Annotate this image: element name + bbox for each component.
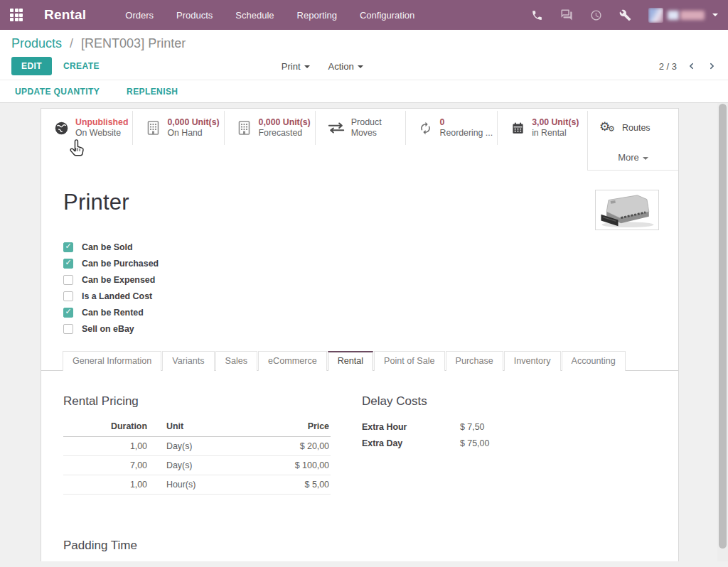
can-be-rented-checkbox[interactable] — [63, 308, 73, 318]
tab-variants[interactable]: Variants — [162, 351, 214, 371]
tab-point-of-sale[interactable]: Point of Sale — [374, 351, 444, 371]
scrollbar-thumb[interactable] — [719, 104, 727, 549]
can-be-sold-checkbox[interactable] — [63, 242, 73, 252]
calendar-icon — [510, 122, 525, 135]
tab-rental[interactable]: Rental — [328, 351, 373, 371]
menu-reporting[interactable]: Reporting — [297, 10, 337, 21]
workspace: Unpublished On Website 0,000 Unit(s) On … — [0, 103, 728, 561]
statusbar: UPDATE QUANTITY REPLENISH — [0, 80, 728, 103]
replenish-button[interactable]: REPLENISH — [127, 87, 178, 97]
sell-on-ebay-checkbox[interactable] — [63, 324, 73, 334]
stat-label: On Website — [75, 128, 128, 139]
pager-next-icon[interactable] — [707, 61, 717, 71]
tab-sales[interactable]: Sales — [215, 351, 258, 371]
refresh-icon — [418, 122, 434, 135]
more-dropdown[interactable]: More — [618, 152, 648, 163]
product-flags: Can be Sold Can be Purchased Can be Expe… — [63, 239, 678, 337]
stat-label: Forecasted — [259, 128, 311, 139]
breadcrumb-separator: / — [70, 36, 73, 50]
vertical-scrollbar — [717, 103, 728, 561]
chat-icon[interactable] — [560, 9, 573, 21]
phone-icon[interactable] — [531, 9, 543, 21]
is-a-landed-cost-checkbox[interactable] — [63, 291, 73, 301]
update-quantity-button[interactable]: UPDATE QUANTITY — [15, 87, 100, 97]
apps-menu-icon[interactable] — [10, 9, 23, 21]
dropdown-caret-icon — [304, 65, 310, 68]
product-moves-stat-button[interactable]: Product Moves — [316, 111, 406, 145]
routes-more-column: ⚙⚙ Routes More — [587, 111, 678, 171]
field-value: $ 7,50 — [460, 422, 484, 432]
menu-products[interactable]: Products — [176, 10, 213, 21]
stat-value: Unpublished — [75, 117, 128, 128]
stat-label: Moves — [351, 128, 382, 139]
tools-icon[interactable] — [619, 9, 631, 21]
breadcrumb-products-link[interactable]: Products — [11, 36, 62, 50]
forecasted-stat-button[interactable]: 0,000 Unit(s) Forecasted — [225, 111, 316, 145]
user-menu[interactable] — [648, 8, 718, 23]
table-row[interactable]: 1,00 Day(s) $ 20,00 — [63, 437, 331, 456]
breadcrumb: Products / [RENT003] Printer — [0, 30, 728, 53]
can-be-purchased-checkbox[interactable] — [63, 259, 73, 269]
stat-value: 0,000 Unit(s) — [259, 117, 311, 128]
stat-value: 3,00 Unit(s) — [532, 117, 579, 128]
can-be-expensed-checkbox[interactable] — [63, 275, 73, 285]
clock-icon[interactable] — [590, 9, 602, 21]
menu-schedule[interactable]: Schedule — [235, 10, 274, 21]
pager-previous-icon[interactable] — [687, 61, 696, 71]
stat-label: Reordering ... — [440, 128, 493, 139]
menu-orders[interactable]: Orders — [125, 10, 154, 21]
edit-button[interactable]: EDIT — [11, 57, 52, 75]
tab-inventory[interactable]: Inventory — [504, 351, 561, 371]
in-rental-stat-button[interactable]: 3,00 Unit(s) in Rental — [498, 111, 587, 145]
padding-time-group: Padding Time Before Pickup 00:03 hours — [63, 539, 331, 567]
field-value: $ 75,00 — [460, 438, 489, 448]
dropdown-caret-icon — [358, 65, 363, 68]
product-image — [595, 190, 659, 230]
notebook-tabs: General Information Variants Sales eComm… — [41, 350, 678, 371]
flag-row: Can be Rented — [63, 304, 678, 320]
tab-general-information[interactable]: General Information — [63, 351, 161, 371]
column-unit: Unit — [149, 418, 252, 437]
dropdown-caret-icon — [712, 14, 718, 16]
avatar — [648, 8, 663, 23]
field-label: Extra Hour — [362, 422, 460, 432]
tab-ecommerce[interactable]: eCommerce — [258, 351, 327, 371]
extra-hour-field: Extra Hour $ 7,50 — [362, 418, 596, 435]
pager-value: 2 / 3 — [659, 61, 677, 72]
before-pickup-field: Before Pickup 00:03 hours — [63, 563, 331, 567]
rental-tab-pane: Rental Pricing Duration Unit Price 1,00 … — [41, 371, 678, 567]
stat-label: in Rental — [532, 128, 579, 139]
app-title: Rental — [44, 7, 86, 23]
product-title: Printer — [63, 190, 129, 215]
form-sheet: Unpublished On Website 0,000 Unit(s) On … — [41, 108, 679, 561]
control-panel: EDIT CREATE Print Action 2 / 3 — [0, 53, 728, 80]
stat-value: 0,000 Unit(s) — [167, 117, 219, 128]
gears-icon: ⚙⚙ — [599, 121, 616, 135]
flag-row: Is a Landed Cost — [63, 288, 678, 304]
on-website-stat-button[interactable]: Unpublished On Website — [41, 111, 133, 145]
menu-configuration[interactable]: Configuration — [360, 10, 414, 21]
flag-row: Can be Purchased — [63, 255, 678, 271]
stat-label: On Hand — [167, 128, 219, 139]
tab-purchase[interactable]: Purchase — [446, 351, 503, 371]
user-name — [668, 11, 705, 20]
extra-day-field: Extra Day $ 75,00 — [362, 435, 596, 451]
reordering-rules-stat-button[interactable]: 0 Reordering ... — [406, 111, 498, 145]
on-hand-stat-button[interactable]: 0,000 Unit(s) On Hand — [133, 111, 224, 145]
breadcrumb-current: [RENT003] Printer — [81, 36, 186, 50]
stat-label: Product — [351, 117, 382, 129]
action-dropdown[interactable]: Action — [328, 61, 363, 72]
routes-stat-button[interactable]: ⚙⚙ Routes — [588, 111, 678, 145]
table-row[interactable]: 1,00 Hour(s) $ 5,00 — [63, 475, 331, 495]
transfer-icon — [328, 122, 345, 134]
column-price: Price — [252, 418, 331, 437]
flag-row: Sell on eBay — [63, 320, 678, 337]
delay-costs-title: Delay Costs — [362, 394, 596, 409]
flag-row: Can be Expensed — [63, 271, 678, 288]
table-row[interactable]: 7,00 Day(s) $ 100,00 — [63, 456, 331, 475]
field-label: Extra Day — [362, 438, 460, 448]
tab-accounting[interactable]: Accounting — [562, 351, 626, 371]
print-dropdown[interactable]: Print — [282, 61, 310, 72]
flag-row: Can be Sold — [63, 239, 678, 255]
create-button[interactable]: CREATE — [63, 61, 100, 71]
